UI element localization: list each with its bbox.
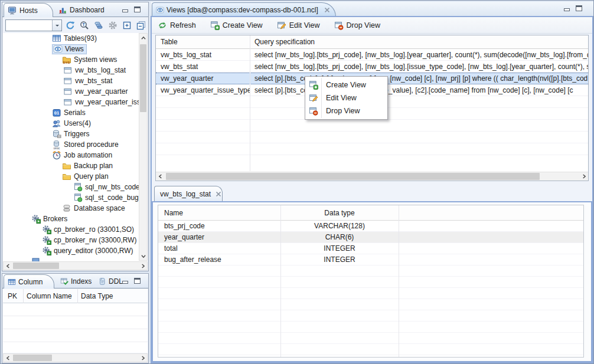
header-data-type[interactable]: Data Type	[77, 292, 113, 300]
header-column-name[interactable]: Column Name	[23, 292, 77, 300]
close-icon[interactable]	[214, 190, 223, 198]
header-query-specification[interactable]: Query specification	[250, 38, 588, 46]
maximize-button[interactable]	[133, 277, 141, 284]
tree-item-backup-plan[interactable]: Backup plan	[3, 160, 148, 171]
table-icon	[52, 34, 61, 43]
expand-all-icon[interactable]	[120, 19, 133, 32]
create-view-button[interactable]: Create View	[210, 21, 263, 30]
header-name[interactable]: Name	[158, 209, 280, 217]
edit-view-button[interactable]: Edit View	[277, 21, 320, 30]
tree-horizontal-scrollbar[interactable]	[3, 261, 148, 270]
view-window-icon	[63, 65, 73, 75]
tree-item-vw-bts-stat[interactable]: vw_bts_stat	[3, 76, 148, 86]
database-stack-icon[interactable]	[92, 19, 105, 32]
header-data-type[interactable]: Data type	[280, 209, 399, 217]
tree-vertical-scrollbar[interactable]	[139, 33, 148, 261]
views-table-header: Table Query specification	[156, 35, 588, 49]
tree-item-vw-bts-log-stat[interactable]: vw_bts_log_stat	[3, 65, 148, 76]
scroll-up-icon[interactable]	[139, 34, 147, 42]
tree-item-sql-st-code-bug[interactable]: sql_st_code_bug	[3, 192, 148, 203]
tree-item-users[interactable]: Users(4)	[3, 118, 148, 129]
views-horizontal-scrollbar[interactable]	[156, 172, 588, 181]
scroll-thumb[interactable]	[166, 173, 540, 180]
folder-icon	[62, 161, 71, 170]
maximize-button[interactable]	[133, 6, 141, 12]
tree-item-stored-procedure[interactable]: Stored procedure	[3, 139, 148, 150]
collapse-all-icon[interactable]	[135, 19, 147, 32]
tab-indexs[interactable]: Indexs	[57, 274, 93, 288]
scroll-thumb[interactable]	[140, 44, 146, 112]
menu-item-edit-view[interactable]: Edit View	[305, 91, 387, 104]
close-icon[interactable]	[323, 6, 331, 14]
scroll-left-icon[interactable]	[4, 262, 12, 270]
trigger-cylinder-icon	[52, 129, 61, 139]
tree-item-triggers[interactable]: Triggers	[3, 129, 148, 139]
scroll-down-icon[interactable]	[139, 251, 147, 260]
empty-row	[158, 265, 583, 277]
header-pk[interactable]: PK	[3, 292, 23, 300]
minimize-button[interactable]	[121, 6, 129, 12]
empty-row	[158, 277, 583, 288]
views-row-vw-bts-stat[interactable]: vw_bts_stat select [nw_bts_log].[bts_prj…	[156, 61, 588, 73]
tree-item-brokers[interactable]: Brokers	[3, 214, 148, 224]
empty-row	[158, 333, 583, 344]
drop-view-button[interactable]: Drop View	[334, 21, 380, 30]
detail-row-bug-after-release[interactable]: bug_after_release INTEGER	[158, 254, 583, 265]
tree-item-sql-nw-bts-code[interactable]: sql_nw_bts_code	[3, 182, 148, 192]
tab-dashboard[interactable]: Dashboard	[54, 3, 98, 17]
tree-item-vw-year-quarter[interactable]: vw_year_quarter	[3, 86, 148, 97]
refresh-icon[interactable]	[64, 19, 76, 32]
create-view-icon	[309, 80, 318, 90]
menu-item-create-view[interactable]: Create View	[305, 78, 387, 91]
tab-views-editor[interactable]: Views [dba@compass:dev-compass-db-001.nc…	[152, 2, 336, 17]
scroll-right-icon[interactable]	[579, 172, 588, 181]
tree-filter-combo[interactable]	[5, 19, 62, 31]
detail-row-bts-prj-code[interactable]: bts_prj_code VARCHAR(128)	[158, 221, 583, 232]
filter-magnifier-icon[interactable]	[78, 19, 90, 32]
tree-item-query-editor[interactable]: query_editor (30000,RW)	[3, 245, 148, 256]
sql-file-icon	[73, 193, 83, 202]
tree-item-serials[interactable]: Serials	[3, 107, 148, 118]
sys-folder-icon	[62, 55, 71, 64]
tree-selection: Views	[52, 44, 87, 54]
settings-gear-icon[interactable]	[106, 19, 119, 32]
scroll-right-icon[interactable]	[138, 262, 147, 270]
detail-table: Name Data type bts_prj_code VARCHAR(128)…	[158, 205, 584, 358]
hosts-panel: Hosts Dashboard Tables(93)	[2, 2, 149, 271]
combo-dropdown-icon[interactable]	[52, 20, 61, 31]
tree-item-views[interactable]: Views	[3, 44, 148, 54]
tab-ddl[interactable]: DDL	[94, 274, 123, 288]
column-horizontal-scrollbar[interactable]	[3, 353, 148, 362]
scroll-right-icon[interactable]	[138, 354, 147, 362]
view-window-icon	[63, 97, 73, 107]
maximize-button[interactable]	[575, 5, 583, 11]
tab-column-label: Column	[18, 278, 43, 286]
header-table[interactable]: Table	[156, 38, 250, 46]
refresh-button[interactable]: Refresh	[158, 21, 196, 30]
views-toolbar: Refresh Create View Edit View Drop View	[152, 17, 592, 34]
tree-item-query-plan[interactable]: Query plan	[3, 171, 148, 182]
tree-item-job-automation[interactable]: Job automation	[3, 150, 148, 160]
tree-item-system-views[interactable]: System views	[3, 54, 148, 65]
views-row-vw-bts-log-stat[interactable]: vw_bts_log_stat select [nw_bts_log].[bts…	[156, 49, 588, 61]
detail-row-year-quarter[interactable]: year_quarter CHAR(6)	[158, 232, 583, 243]
tree-item-vw-year-quarter-issu[interactable]: vw_year_quarter_issu	[3, 97, 148, 107]
menu-item-drop-view[interactable]: Drop View	[305, 104, 387, 117]
tab-column[interactable]: Column	[4, 274, 54, 288]
tree-item-cp-broker-ro[interactable]: cp_broker_ro (33001,SO)	[3, 224, 148, 235]
minimize-button[interactable]	[121, 277, 129, 284]
tree-item-cp-broker-rw[interactable]: cp_broker_rw (33000,RW)	[3, 235, 148, 245]
scroll-thumb[interactable]	[13, 355, 52, 361]
detail-row-total[interactable]: total INTEGER	[158, 243, 583, 254]
tab-vw-bts-log-stat-detail[interactable]: vw_bts_log_stat	[154, 186, 223, 201]
tree-filter-input[interactable]	[6, 20, 52, 31]
folder-icon	[62, 172, 71, 181]
tab-hosts[interactable]: Hosts	[4, 3, 53, 17]
tree-item-tables[interactable]: Tables(93)	[3, 33, 148, 44]
scroll-left-icon[interactable]	[4, 354, 12, 362]
tree-item-database-space[interactable]: Database space	[3, 203, 148, 214]
empty-row	[3, 329, 148, 342]
minimize-button[interactable]	[563, 5, 570, 11]
scroll-left-icon[interactable]	[156, 172, 165, 181]
scroll-thumb[interactable]	[13, 263, 59, 269]
